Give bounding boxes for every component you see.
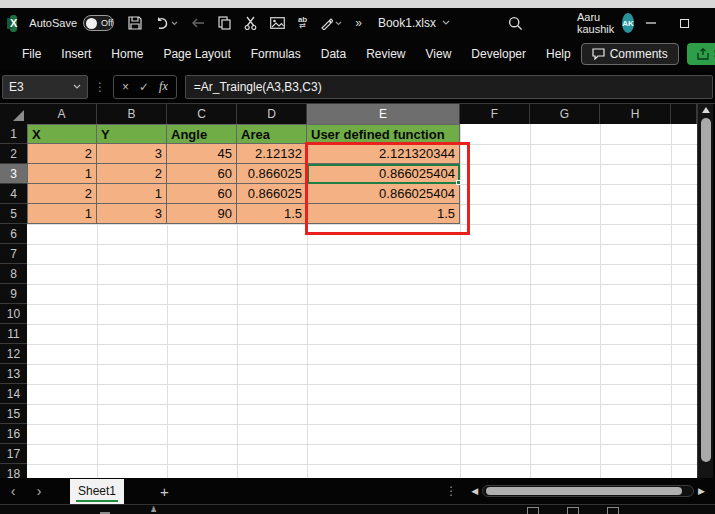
formula-input[interactable]: =Ar_Traingle(A3,B3,C3) bbox=[185, 75, 713, 99]
ribbon-tab-data[interactable]: Data bbox=[311, 41, 356, 67]
ribbon-tab-file[interactable]: File bbox=[12, 41, 51, 67]
cell-B4[interactable]: 1 bbox=[97, 184, 167, 204]
cell-A2[interactable]: 2 bbox=[27, 144, 97, 164]
cell-D3[interactable]: 0.866025 bbox=[237, 164, 307, 184]
cell-A1[interactable]: X bbox=[27, 124, 97, 144]
column-header-f[interactable]: F bbox=[460, 104, 530, 124]
row-header-5[interactable]: 5 bbox=[0, 204, 27, 224]
cell-C5[interactable]: 90 bbox=[167, 204, 237, 224]
normal-view-icon[interactable] bbox=[527, 507, 539, 514]
cell-D5[interactable]: 1.5 bbox=[237, 204, 307, 224]
cell-B5[interactable]: 3 bbox=[97, 204, 167, 224]
cell-C4[interactable]: 60 bbox=[167, 184, 237, 204]
ribbon-tab-view[interactable]: View bbox=[416, 41, 462, 67]
cell-B2[interactable]: 3 bbox=[97, 144, 167, 164]
row-header-17[interactable]: 17 bbox=[0, 444, 27, 464]
ribbon-tab-help[interactable]: Help bbox=[536, 41, 581, 67]
select-all-corner[interactable] bbox=[0, 104, 27, 124]
cell-E4[interactable]: 0.866025404 bbox=[307, 184, 460, 204]
share-button[interactable]: Share bbox=[687, 43, 715, 65]
row-header-18[interactable]: 18 bbox=[0, 464, 27, 478]
column-header-g[interactable]: G bbox=[530, 104, 600, 124]
ribbon-tab-review[interactable]: Review bbox=[356, 41, 415, 67]
cell-E2[interactable]: 2.121320344 bbox=[307, 144, 460, 164]
avatar[interactable]: AK bbox=[622, 13, 634, 33]
user-name[interactable]: Aaru kaushik bbox=[577, 11, 614, 35]
cell-E1[interactable]: User defined function bbox=[307, 124, 460, 144]
horizontal-scroll-track[interactable] bbox=[482, 485, 694, 497]
cell-D1[interactable]: Area bbox=[237, 124, 307, 144]
ribbon-tab-page-layout[interactable]: Page Layout bbox=[153, 41, 240, 67]
row-header-7[interactable]: 7 bbox=[0, 244, 27, 264]
cell-B3[interactable]: 2 bbox=[97, 164, 167, 184]
ribbon-tab-insert[interactable]: Insert bbox=[51, 41, 101, 67]
enter-icon[interactable]: ✓ bbox=[139, 80, 149, 94]
comments-button[interactable]: Comments bbox=[581, 43, 679, 65]
zoom-out-icon[interactable] bbox=[647, 509, 655, 514]
maximize-button[interactable] bbox=[668, 8, 702, 38]
row-header-6[interactable]: 6 bbox=[0, 224, 27, 244]
vertical-scroll-thumb[interactable] bbox=[701, 118, 711, 462]
ribbon-tab-formulas[interactable]: Formulas bbox=[241, 41, 311, 67]
cell-C1[interactable]: Angle bbox=[167, 124, 237, 144]
cell-B1[interactable]: Y bbox=[97, 124, 167, 144]
column-header-e[interactable]: E bbox=[307, 104, 460, 124]
row-header-4[interactable]: 4 bbox=[0, 184, 27, 204]
minimize-button[interactable] bbox=[634, 8, 668, 38]
qat-overflow-icon[interactable]: » bbox=[355, 16, 362, 30]
undo-icon[interactable] bbox=[155, 17, 178, 30]
row-header-11[interactable]: 11 bbox=[0, 324, 27, 344]
column-header-h[interactable]: H bbox=[600, 104, 671, 124]
excel-logo-icon[interactable]: X bbox=[10, 15, 17, 32]
row-header-2[interactable]: 2 bbox=[0, 144, 27, 164]
horizontal-scroll-thumb[interactable] bbox=[486, 487, 682, 495]
accessibility-icon[interactable]: ♟ bbox=[150, 505, 157, 514]
cell-D4[interactable]: 0.866025 bbox=[237, 184, 307, 204]
cell-E5[interactable]: 1.5 bbox=[307, 204, 460, 224]
sheet-tab-sheet1[interactable]: Sheet1 bbox=[70, 479, 124, 504]
copy-icon[interactable] bbox=[218, 16, 231, 30]
cell-A4[interactable]: 2 bbox=[27, 184, 97, 204]
next-sheet-icon[interactable]: › bbox=[26, 483, 52, 499]
autosave-toggle[interactable]: Off bbox=[83, 15, 114, 31]
row-header-1[interactable]: 1 bbox=[0, 124, 27, 144]
scroll-left-icon[interactable]: ◀ bbox=[467, 486, 482, 496]
add-sheet-button[interactable]: + bbox=[160, 483, 169, 500]
scroll-right-icon[interactable]: ▶ bbox=[694, 486, 709, 496]
cell-D2[interactable]: 2.12132 bbox=[237, 144, 307, 164]
insert-function-icon[interactable]: fx bbox=[159, 79, 168, 94]
ribbon-tab-home[interactable]: Home bbox=[101, 41, 153, 67]
column-header-a[interactable]: A bbox=[27, 104, 97, 124]
column-header-d[interactable]: D bbox=[237, 104, 307, 124]
vertical-scrollbar[interactable] bbox=[697, 104, 713, 478]
row-header-9[interactable]: 9 bbox=[0, 284, 27, 304]
formula-bar-grip[interactable]: ⋮ bbox=[94, 80, 107, 94]
sheetbar-options-icon[interactable]: ⋮ bbox=[445, 484, 457, 498]
document-title[interactable]: Book1.xlsx bbox=[378, 16, 450, 30]
name-box[interactable]: E3 bbox=[2, 75, 88, 99]
page-layout-view-icon[interactable] bbox=[567, 507, 579, 514]
search-icon[interactable] bbox=[508, 16, 523, 31]
row-header-10[interactable]: 10 bbox=[0, 304, 27, 324]
row-header-13[interactable]: 13 bbox=[0, 364, 27, 384]
column-header-b[interactable]: B bbox=[97, 104, 167, 124]
row-header-12[interactable]: 12 bbox=[0, 344, 27, 364]
ribbon-tab-developer[interactable]: Developer bbox=[461, 41, 536, 67]
row-header-8[interactable]: 8 bbox=[0, 264, 27, 284]
row-header-3[interactable]: 3 bbox=[0, 164, 27, 184]
row-header-16[interactable]: 16 bbox=[0, 424, 27, 444]
scroll-up-icon[interactable] bbox=[702, 107, 710, 113]
row-header-15[interactable]: 15 bbox=[0, 404, 27, 424]
column-header-c[interactable]: C bbox=[167, 104, 237, 124]
save-icon[interactable] bbox=[128, 16, 142, 30]
cell-C3[interactable]: 60 bbox=[167, 164, 237, 184]
macro-record-icon[interactable] bbox=[100, 509, 110, 514]
picture-icon[interactable] bbox=[270, 17, 285, 29]
prev-sheet-icon[interactable]: ‹ bbox=[0, 483, 26, 499]
draw-icon[interactable] bbox=[320, 17, 342, 30]
cancel-icon[interactable]: × bbox=[122, 80, 129, 94]
cell-C2[interactable]: 45 bbox=[167, 144, 237, 164]
cell-A3[interactable]: 1 bbox=[27, 164, 97, 184]
cut-icon[interactable] bbox=[244, 16, 257, 30]
close-button[interactable]: × bbox=[702, 8, 715, 38]
